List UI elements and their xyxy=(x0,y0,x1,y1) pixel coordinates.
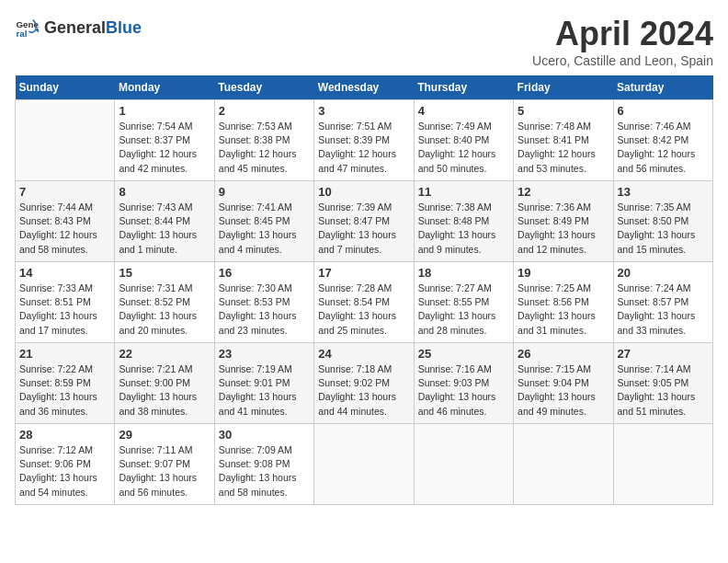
table-row: 16Sunrise: 7:30 AM Sunset: 8:53 PM Dayli… xyxy=(214,262,313,343)
day-info: Sunrise: 7:15 AM Sunset: 9:04 PM Dayligh… xyxy=(518,362,609,419)
title-block: April 2024 Ucero, Castille and Leon, Spa… xyxy=(532,15,713,68)
day-info: Sunrise: 7:11 AM Sunset: 9:07 PM Dayligh… xyxy=(119,443,210,500)
table-row: 10Sunrise: 7:39 AM Sunset: 8:47 PM Dayli… xyxy=(314,181,414,262)
day-number: 26 xyxy=(518,347,609,361)
table-row: 15Sunrise: 7:31 AM Sunset: 8:52 PM Dayli… xyxy=(115,262,214,343)
day-info: Sunrise: 7:41 AM Sunset: 8:45 PM Dayligh… xyxy=(219,201,310,257)
day-number: 3 xyxy=(318,104,409,118)
logo-blue: Blue xyxy=(106,18,142,37)
table-row: 21Sunrise: 7:22 AM Sunset: 8:59 PM Dayli… xyxy=(16,343,115,424)
week-row-1: 1Sunrise: 7:54 AM Sunset: 8:37 PM Daylig… xyxy=(16,100,713,181)
table-row: 18Sunrise: 7:27 AM Sunset: 8:55 PM Dayli… xyxy=(414,262,513,343)
table-row: 19Sunrise: 7:25 AM Sunset: 8:56 PM Dayli… xyxy=(514,262,613,343)
table-row: 6Sunrise: 7:46 AM Sunset: 8:42 PM Daylig… xyxy=(613,100,712,181)
day-info: Sunrise: 7:36 AM Sunset: 8:49 PM Dayligh… xyxy=(518,201,609,257)
day-number: 28 xyxy=(19,428,110,442)
table-row: 23Sunrise: 7:19 AM Sunset: 9:01 PM Dayli… xyxy=(214,343,313,424)
day-number: 17 xyxy=(318,266,409,280)
day-info: Sunrise: 7:54 AM Sunset: 8:37 PM Dayligh… xyxy=(119,120,210,176)
day-number: 7 xyxy=(19,185,110,199)
day-info: Sunrise: 7:28 AM Sunset: 8:54 PM Dayligh… xyxy=(318,282,409,338)
month-title: April 2024 xyxy=(532,15,713,53)
table-row: 7Sunrise: 7:44 AM Sunset: 8:43 PM Daylig… xyxy=(16,181,115,262)
day-info: Sunrise: 7:21 AM Sunset: 9:00 PM Dayligh… xyxy=(119,362,210,419)
table-row: 14Sunrise: 7:33 AM Sunset: 8:51 PM Dayli… xyxy=(16,262,115,343)
day-info: Sunrise: 7:48 AM Sunset: 8:41 PM Dayligh… xyxy=(518,120,609,176)
table-row: 2Sunrise: 7:53 AM Sunset: 8:38 PM Daylig… xyxy=(214,100,313,181)
day-number: 13 xyxy=(618,185,709,199)
day-number: 29 xyxy=(119,428,210,442)
table-row: 25Sunrise: 7:16 AM Sunset: 9:03 PM Dayli… xyxy=(414,343,513,424)
day-info: Sunrise: 7:16 AM Sunset: 9:03 PM Dayligh… xyxy=(418,362,509,419)
day-number: 22 xyxy=(119,347,210,361)
day-info: Sunrise: 7:18 AM Sunset: 9:02 PM Dayligh… xyxy=(318,362,409,419)
day-info: Sunrise: 7:14 AM Sunset: 9:05 PM Dayligh… xyxy=(618,362,709,419)
table-row: 12Sunrise: 7:36 AM Sunset: 8:49 PM Dayli… xyxy=(514,181,613,262)
day-info: Sunrise: 7:22 AM Sunset: 8:59 PM Dayligh… xyxy=(19,362,110,419)
day-info: Sunrise: 7:49 AM Sunset: 8:40 PM Dayligh… xyxy=(418,120,509,176)
day-number: 16 xyxy=(219,266,310,280)
table-row xyxy=(613,424,712,505)
col-saturday: Saturday xyxy=(613,75,712,100)
table-row: 13Sunrise: 7:35 AM Sunset: 8:50 PM Dayli… xyxy=(613,181,712,262)
table-row: 28Sunrise: 7:12 AM Sunset: 9:06 PM Dayli… xyxy=(16,424,115,505)
logo-general: General xyxy=(44,18,106,37)
table-row: 4Sunrise: 7:49 AM Sunset: 8:40 PM Daylig… xyxy=(414,100,513,181)
table-row: 22Sunrise: 7:21 AM Sunset: 9:00 PM Dayli… xyxy=(115,343,214,424)
table-row: 8Sunrise: 7:43 AM Sunset: 8:44 PM Daylig… xyxy=(115,181,214,262)
table-row: 24Sunrise: 7:18 AM Sunset: 9:02 PM Dayli… xyxy=(314,343,414,424)
col-friday: Friday xyxy=(514,75,613,100)
table-row xyxy=(314,424,414,505)
col-sunday: Sunday xyxy=(16,75,115,100)
day-info: Sunrise: 7:39 AM Sunset: 8:47 PM Dayligh… xyxy=(318,201,409,257)
page-header: Gene ral GeneralBlue April 2024 Ucero, C… xyxy=(15,15,713,68)
day-number: 14 xyxy=(19,266,110,280)
day-number: 9 xyxy=(219,185,310,199)
day-info: Sunrise: 7:33 AM Sunset: 8:51 PM Dayligh… xyxy=(19,282,110,338)
col-monday: Monday xyxy=(115,75,214,100)
day-info: Sunrise: 7:25 AM Sunset: 8:56 PM Dayligh… xyxy=(518,282,609,338)
day-number: 19 xyxy=(518,266,609,280)
day-info: Sunrise: 7:53 AM Sunset: 8:38 PM Dayligh… xyxy=(219,120,310,176)
day-number: 25 xyxy=(418,347,509,361)
table-row: 1Sunrise: 7:54 AM Sunset: 8:37 PM Daylig… xyxy=(115,100,214,181)
day-info: Sunrise: 7:44 AM Sunset: 8:43 PM Dayligh… xyxy=(19,201,110,257)
day-number: 6 xyxy=(618,104,709,118)
day-number: 10 xyxy=(318,185,409,199)
day-info: Sunrise: 7:12 AM Sunset: 9:06 PM Dayligh… xyxy=(19,443,110,500)
day-number: 11 xyxy=(418,185,509,199)
table-row: 3Sunrise: 7:51 AM Sunset: 8:39 PM Daylig… xyxy=(314,100,414,181)
table-row xyxy=(16,100,115,181)
day-info: Sunrise: 7:38 AM Sunset: 8:48 PM Dayligh… xyxy=(418,201,509,257)
day-info: Sunrise: 7:43 AM Sunset: 8:44 PM Dayligh… xyxy=(119,201,210,257)
week-row-4: 21Sunrise: 7:22 AM Sunset: 8:59 PM Dayli… xyxy=(16,343,713,424)
day-number: 5 xyxy=(518,104,609,118)
col-tuesday: Tuesday xyxy=(214,75,313,100)
day-number: 27 xyxy=(618,347,709,361)
day-info: Sunrise: 7:19 AM Sunset: 9:01 PM Dayligh… xyxy=(219,362,310,419)
day-info: Sunrise: 7:27 AM Sunset: 8:55 PM Dayligh… xyxy=(418,282,509,338)
day-info: Sunrise: 7:46 AM Sunset: 8:42 PM Dayligh… xyxy=(618,120,709,176)
day-number: 21 xyxy=(19,347,110,361)
day-number: 23 xyxy=(219,347,310,361)
day-number: 18 xyxy=(418,266,509,280)
location: Ucero, Castille and Leon, Spain xyxy=(532,53,713,68)
day-number: 1 xyxy=(119,104,210,118)
table-row: 5Sunrise: 7:48 AM Sunset: 8:41 PM Daylig… xyxy=(514,100,613,181)
day-number: 24 xyxy=(318,347,409,361)
day-info: Sunrise: 7:09 AM Sunset: 9:08 PM Dayligh… xyxy=(219,443,310,500)
day-number: 12 xyxy=(518,185,609,199)
table-row: 20Sunrise: 7:24 AM Sunset: 8:57 PM Dayli… xyxy=(613,262,712,343)
day-info: Sunrise: 7:35 AM Sunset: 8:50 PM Dayligh… xyxy=(618,201,709,257)
week-row-5: 28Sunrise: 7:12 AM Sunset: 9:06 PM Dayli… xyxy=(16,424,713,505)
svg-text:ral: ral xyxy=(16,29,27,39)
day-number: 2 xyxy=(219,104,310,118)
day-number: 8 xyxy=(119,185,210,199)
logo-icon: Gene ral xyxy=(15,15,40,40)
day-info: Sunrise: 7:51 AM Sunset: 8:39 PM Dayligh… xyxy=(318,120,409,176)
day-info: Sunrise: 7:24 AM Sunset: 8:57 PM Dayligh… xyxy=(618,282,709,338)
table-row: 11Sunrise: 7:38 AM Sunset: 8:48 PM Dayli… xyxy=(414,181,513,262)
table-row: 9Sunrise: 7:41 AM Sunset: 8:45 PM Daylig… xyxy=(214,181,313,262)
table-row: 26Sunrise: 7:15 AM Sunset: 9:04 PM Dayli… xyxy=(514,343,613,424)
table-row: 27Sunrise: 7:14 AM Sunset: 9:05 PM Dayli… xyxy=(613,343,712,424)
